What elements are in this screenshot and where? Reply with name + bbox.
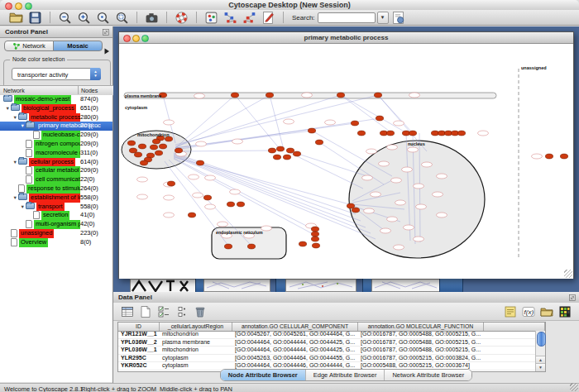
tab-mosaic[interactable]: Mosaic <box>53 41 103 51</box>
tree-row-cellular-metabol[interactable]: cellular metabol209(0) <box>0 166 112 175</box>
graph-node[interactable] <box>175 148 182 153</box>
heatmap-icon[interactable] <box>558 305 572 318</box>
tab-overflow-arrow-icon[interactable] <box>103 43 110 50</box>
float-panel-icon[interactable] <box>568 294 577 302</box>
vizmapper-icon[interactable] <box>204 11 218 25</box>
graph-node[interactable] <box>155 151 162 155</box>
search-input[interactable] <box>318 12 376 23</box>
zoom-out-icon[interactable] <box>58 11 72 25</box>
graph-node[interactable] <box>196 160 203 165</box>
tree-row-cell-communicati[interactable]: cell communicati22(0) <box>0 175 112 184</box>
graph-node[interactable] <box>386 131 394 136</box>
graph-node[interactable] <box>311 237 318 241</box>
graph-node[interactable] <box>283 155 290 160</box>
tree-row-secretion[interactable]: secretion41(0) <box>0 211 112 220</box>
zoom-selected-icon[interactable] <box>115 11 129 25</box>
zoom-fit-icon[interactable] <box>96 11 110 25</box>
graph-node[interactable] <box>347 203 354 208</box>
tab-edge-attribute-browser[interactable]: Edge Attribute Browser <box>306 370 385 380</box>
graph-node[interactable] <box>545 154 553 159</box>
tab-node-attribute-browser[interactable]: Node Attribute Browser <box>221 370 306 380</box>
graph-node[interactable] <box>247 244 255 249</box>
tab-network[interactable]: Network <box>4 41 54 51</box>
graph-node[interactable] <box>352 208 359 213</box>
import-attributes-icon[interactable] <box>540 305 553 318</box>
tree-col-nodes[interactable]: Nodes <box>81 88 98 93</box>
graph-node[interactable] <box>311 227 318 232</box>
table-row[interactable]: YJR121W__1mitochondrion[GO:0045267, GO:0… <box>118 331 535 339</box>
window-resize-grip[interactable] <box>564 270 572 278</box>
graph-node[interactable] <box>337 93 344 98</box>
graph-node[interactable] <box>273 155 280 160</box>
tree-row-response-to-stimulu[interactable]: response to stimulu264(0) <box>0 184 112 194</box>
create-attribute-icon[interactable] <box>139 305 152 318</box>
graph-node[interactable] <box>357 131 365 136</box>
table-row[interactable]: YLR295Ccytoplasm[GO:0045263, GO:0044464,… <box>118 355 535 363</box>
tree-row-nitrogen-compou[interactable]: nitrogen compou209(0) <box>0 140 112 149</box>
open-file-icon[interactable] <box>9 11 23 25</box>
tree-row-metabolic-process[interactable]: ▼metabolic process280(0) <box>0 113 112 122</box>
graph-node[interactable] <box>286 148 294 153</box>
graph-node[interactable] <box>167 181 175 186</box>
graph-node[interactable] <box>138 144 146 149</box>
float-panel-icon[interactable] <box>102 28 110 36</box>
tree-row-overview[interactable]: Overview8(0) <box>0 238 112 247</box>
graph-node[interactable] <box>224 244 232 249</box>
graph-node[interactable] <box>376 116 383 121</box>
tree-row-unassigned[interactable]: unassigned223(0) <box>0 229 112 238</box>
graph-node[interactable] <box>140 160 147 165</box>
graph-node[interactable] <box>266 93 273 98</box>
expand-arrow-icon[interactable]: ▼ <box>13 115 17 120</box>
graph-node[interactable] <box>351 121 358 126</box>
node-color-dropdown[interactable]: transporter activity ▲▼ <box>12 68 101 80</box>
search-config-icon[interactable] <box>391 11 405 25</box>
column-header[interactable]: _cellularLayoutRegion <box>160 323 232 331</box>
graph-node[interactable] <box>311 232 318 237</box>
background-window-fragment[interactable] <box>285 279 356 292</box>
tab-network-attribute-browser[interactable]: Network Attribute Browser <box>385 370 471 380</box>
table-row[interactable]: YPL036W__1mitochondrion[GO:0044464, GO:0… <box>118 347 535 355</box>
graph-node[interactable] <box>268 148 275 153</box>
graph-node[interactable] <box>374 93 381 98</box>
network-canvas[interactable]: plasma membranecytoplasmmitochondrionnuc… <box>119 44 573 279</box>
column-header[interactable]: annotation.GO CELLULAR_COMPONENT <box>232 323 358 331</box>
expand-arrow-icon[interactable]: ▼ <box>6 106 10 111</box>
graph-node[interactable] <box>409 131 416 136</box>
annotation-icon[interactable] <box>261 11 275 25</box>
formula-icon[interactable]: f(x) <box>522 305 535 318</box>
select-attributes-icon[interactable] <box>121 305 134 318</box>
graph-node[interactable] <box>188 213 195 218</box>
expand-arrow-icon[interactable]: ▼ <box>21 204 25 209</box>
graph-node[interactable] <box>308 128 315 133</box>
graph-node[interactable] <box>129 148 136 153</box>
zoom-in-icon[interactable] <box>77 11 91 25</box>
tree-row-cellular-process[interactable]: ▼cellular process614(0) <box>0 158 112 167</box>
column-header[interactable]: annotation.GO MOLECULAR_FUNCTION <box>358 323 484 331</box>
background-window-titlebar[interactable] <box>439 278 463 292</box>
tree-row-nucleobase-cont[interactable]: nucleobase-cont209(0) <box>0 131 112 140</box>
search-dropdown-arrow-icon[interactable]: ▼ <box>377 12 389 24</box>
tree-row-transport[interactable]: ▼transport558(0) <box>0 203 112 212</box>
help-icon[interactable] <box>175 11 189 25</box>
snapshot-icon[interactable] <box>145 11 159 25</box>
graph-node[interactable] <box>560 154 567 159</box>
graph-node[interactable] <box>152 139 160 144</box>
network-window-titlebar[interactable]: primary metabolic process <box>119 32 573 44</box>
graph-node[interactable] <box>203 195 211 200</box>
graph-node[interactable] <box>150 145 157 150</box>
tree-row-macromolecule-m[interactable]: macromolecule m311(0) <box>0 149 112 158</box>
attribute-toggle-icon[interactable] <box>175 305 189 318</box>
app-resize-grip[interactable] <box>570 383 578 391</box>
graph-node[interactable] <box>293 151 300 156</box>
tree-row-primary-metabolic-proc[interactable]: ▼primary metabolic proc209(... <box>0 122 112 131</box>
network-tool-b-icon[interactable] <box>242 11 256 25</box>
tree-row-mosaic-demo-yeast[interactable]: mosaic-demo-yeast874(0) <box>0 95 112 104</box>
expand-arrow-icon[interactable]: ▼ <box>13 195 17 200</box>
network-view-window[interactable]: primary metabolic process plasma membran… <box>118 31 574 279</box>
graph-node[interactable] <box>231 93 238 98</box>
tree-row-establishment-of-lo[interactable]: ▼establishment of lo558(0) <box>0 194 112 203</box>
attribute-checklist-icon[interactable] <box>157 305 170 318</box>
graph-node[interactable] <box>227 202 234 207</box>
graph-node[interactable] <box>315 140 323 145</box>
column-divider[interactable] <box>78 86 79 94</box>
